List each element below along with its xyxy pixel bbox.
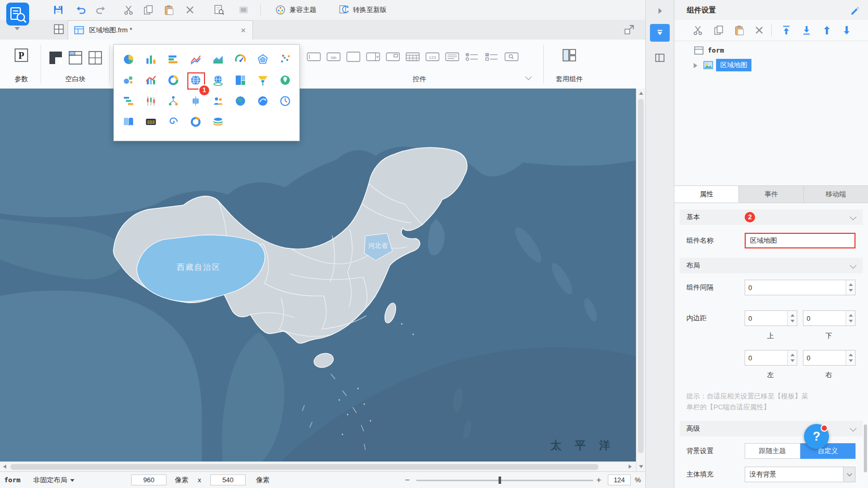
canvas-width-input[interactable] — [131, 474, 167, 485]
chart-icon-donut[interactable] — [162, 70, 184, 91]
panel-copy-button[interactable] — [713, 24, 724, 36]
zoom-value-input[interactable] — [608, 474, 631, 485]
canvas-horizontal-scrollbar[interactable] — [0, 461, 636, 471]
parameter-icon[interactable]: P — [14, 48, 29, 64]
body-fill-select[interactable]: 没有背景 — [745, 467, 856, 482]
edit-style-icon[interactable] — [849, 4, 861, 16]
move-up-button[interactable] — [821, 24, 833, 36]
padding-bottom-input[interactable] — [803, 311, 846, 326]
tab-block-icon[interactable] — [66, 49, 85, 67]
panel-paste-button[interactable] — [734, 24, 745, 36]
padding-top-input[interactable] — [745, 311, 787, 326]
body-fill-caret-icon[interactable] — [843, 467, 855, 482]
template-grid-icon[interactable] — [53, 23, 65, 35]
component-name-input[interactable] — [745, 233, 856, 248]
tree-node-form[interactable]: form — [708, 44, 724, 57]
panel-cut-button[interactable] — [692, 24, 704, 36]
padding-bottom-arrows[interactable] — [846, 311, 855, 326]
section-basic-chevron-icon[interactable] — [850, 214, 857, 220]
chart-icon-structure[interactable] — [162, 91, 184, 111]
tab-mobile[interactable]: 移动端 — [804, 186, 868, 203]
chart-icon-combo[interactable] — [139, 70, 162, 91]
china-map[interactable]: 西藏自治区 河北省 太 平 洋 — [0, 89, 636, 461]
move-down-button[interactable] — [841, 24, 852, 36]
zoom-slider-thumb[interactable] — [499, 477, 501, 484]
tab-events[interactable]: 事件 — [739, 186, 803, 203]
horizontal-scroll-thumb[interactable] — [10, 464, 598, 470]
text-widget-icon[interactable] — [304, 49, 324, 65]
document-tab[interactable]: 区域地图.frm * ✕ — [68, 20, 253, 40]
bg-follow-theme-button[interactable]: 跟随主题 — [745, 443, 800, 459]
chart-icon-radar[interactable] — [251, 49, 274, 70]
float-window-icon[interactable] — [623, 24, 635, 35]
scroll-down-icon[interactable] — [639, 465, 643, 468]
tree-node-selected[interactable]: 区域地图 — [716, 59, 751, 71]
padding-left-arrows[interactable] — [787, 351, 797, 365]
cut-button[interactable] — [123, 4, 134, 16]
padding-top-spinner[interactable] — [745, 310, 797, 326]
compat-theme-button[interactable]: 兼容主题 — [289, 0, 316, 20]
chart-icon-funnel[interactable] — [251, 70, 274, 91]
padding-left-input[interactable] — [745, 351, 787, 365]
logo-menu-caret-icon[interactable] — [15, 27, 20, 30]
chart-icon-gauge[interactable] — [229, 49, 251, 70]
section-layout-chevron-icon[interactable] — [850, 262, 857, 269]
chart-icon-word-cloud[interactable] — [117, 111, 139, 132]
reuse-components-icon[interactable] — [562, 48, 577, 64]
report-block-icon[interactable] — [46, 49, 66, 67]
padding-right-spinner[interactable] — [803, 350, 856, 366]
vertical-scroll-thumb[interactable] — [638, 99, 644, 453]
padding-right-input[interactable] — [803, 351, 846, 365]
section-advanced[interactable]: 高级 — [680, 421, 863, 436]
copy-button[interactable] — [143, 4, 154, 16]
chart-icon-area[interactable] — [207, 49, 229, 70]
chart-icon-stock[interactable] — [139, 91, 162, 111]
scroll-up-icon[interactable] — [639, 92, 643, 95]
expand-caret-icon[interactable] — [694, 63, 697, 68]
scroll-right-icon[interactable] — [629, 465, 632, 469]
delete-button[interactable] — [184, 4, 196, 16]
chart-icon-led[interactable]: 888 — [139, 111, 162, 132]
frame-widget-icon[interactable] — [383, 49, 403, 65]
chart-icon-drill-map[interactable] — [207, 70, 229, 91]
design-canvas[interactable]: 西藏自治区 河北省 太 平 洋 — [0, 89, 636, 461]
tree-row-form[interactable]: form — [674, 44, 868, 57]
move-to-top-button[interactable] — [781, 24, 792, 36]
section-basic[interactable]: 基本 2 — [680, 209, 863, 225]
zoom-in-button[interactable]: + — [596, 472, 601, 488]
chart-icon-layer[interactable] — [207, 111, 229, 132]
layout-panel-icon[interactable] — [654, 52, 666, 64]
chart-icon-gantt[interactable] — [117, 91, 139, 111]
chart-icon-bar[interactable] — [162, 49, 184, 70]
chart-icon-flow-map[interactable] — [251, 91, 274, 111]
number-widget-icon[interactable]: 123 — [423, 49, 442, 65]
padding-left-spinner[interactable] — [745, 350, 797, 366]
chart-icon-treemap[interactable] — [229, 70, 251, 91]
tab-properties[interactable]: 属性 — [674, 186, 739, 203]
chart-icon-earth[interactable] — [229, 91, 251, 111]
textarea-widget-icon[interactable] — [343, 49, 363, 65]
padding-right-arrows[interactable] — [846, 351, 855, 365]
redo-button[interactable] — [95, 4, 107, 16]
padding-top-arrows[interactable] — [787, 311, 797, 326]
panel-delete-button[interactable] — [754, 24, 765, 36]
radio-widget-icon[interactable] — [462, 49, 482, 65]
widget-settings-button[interactable] — [650, 24, 670, 42]
undo-button[interactable] — [75, 4, 86, 16]
label-widget-icon[interactable]: lab — [324, 49, 343, 65]
tree-row-selected[interactable]: 区域地图 — [674, 58, 868, 72]
app-logo[interactable] — [6, 3, 29, 26]
panel-scroll-thumb[interactable] — [864, 424, 867, 472]
zoom-out-button[interactable]: − — [405, 472, 410, 488]
section-layout[interactable]: 布局 — [680, 258, 863, 273]
chart-icon-gis-map[interactable] — [274, 70, 296, 91]
chart-icon-time[interactable] — [274, 91, 296, 111]
chart-icon-column[interactable] — [139, 49, 162, 70]
gap-spin-arrows[interactable] — [846, 280, 855, 295]
chart-icon-line[interactable] — [184, 49, 207, 70]
chart-icon-map[interactable]: 1 — [184, 70, 207, 91]
lines-widget-icon[interactable] — [442, 49, 462, 65]
chart-icon-bubble[interactable] — [117, 70, 139, 91]
paste-button[interactable] — [163, 4, 175, 16]
collapse-panel-icon[interactable] — [654, 5, 666, 17]
